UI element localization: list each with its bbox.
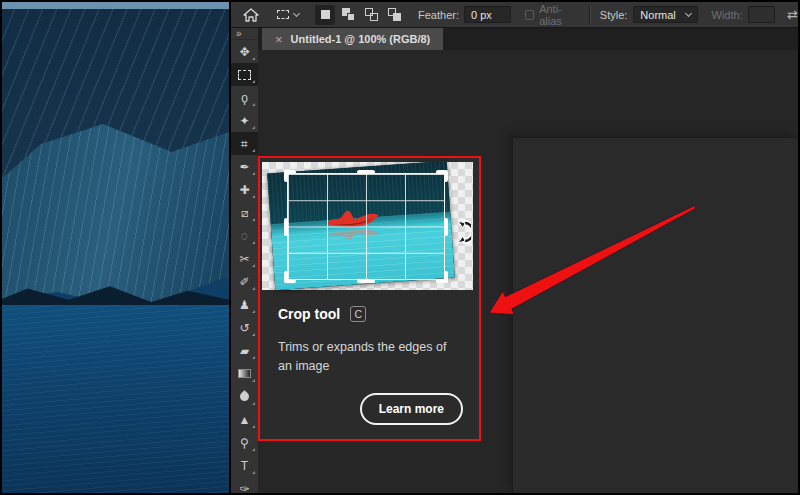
tools-panel: » ✥ ϙ ✦ ⌗ ✒ ✚ ⧄ ◌ ✂ ✐ ♟ ↺ ▰ ▲ ⚲ T ✑ [231,28,258,493]
tool-sharpen[interactable]: ▲ [231,408,258,431]
document-tab-bar: × Untitled-1 @ 100% (RGB/8) [258,28,798,50]
spot-healing-brush-icon: ✚ [239,183,249,197]
tool-history-brush[interactable]: ↺ [231,316,258,339]
document-tab[interactable]: × Untitled-1 @ 100% (RGB/8) [262,28,443,50]
width-input[interactable] [748,6,775,23]
dodge-icon: ⚲ [240,436,249,450]
tools-collapse-button[interactable]: » [231,28,258,40]
crop-handle-bottom-left[interactable] [284,271,296,283]
tool-spot-healing-brush[interactable]: ✚ [231,178,258,201]
brush-icon: ✐ [239,275,249,289]
options-bar: Feather: 0 px Anti-alias Style: Normal W… [231,2,798,28]
rectangular-marquee-icon [238,70,251,80]
tool-pen[interactable]: ✑ [231,477,258,493]
crop-handle-top-right[interactable] [436,170,448,182]
anti-alias-checkbox[interactable] [525,10,534,20]
healing-brush-icon: ⧄ [241,206,249,220]
tool-brush[interactable]: ✐ [231,270,258,293]
style-value: Normal [640,9,675,21]
add-to-selection-button[interactable] [338,5,358,25]
type-icon: T [241,459,248,473]
tooltip-description: Trims or expands the edges of an image [278,338,460,376]
add-to-selection-icon [342,8,355,21]
pen-icon: ✑ [239,482,249,494]
crop-handle-left[interactable] [284,218,288,236]
selection-mode-group [315,5,404,25]
tool-blur[interactable] [231,385,258,408]
lasso-icon: ϙ [241,91,248,105]
anti-alias-label: Anti-alias [539,3,577,27]
width-label: Width: [712,9,743,21]
new-selection-button[interactable] [315,5,335,25]
feather-label: Feather: [418,9,459,21]
tool-magic-wand[interactable]: ✦ [231,109,258,132]
subtract-from-selection-button[interactable] [361,5,381,25]
new-selection-icon [321,10,330,19]
tool-gradient[interactable] [231,362,258,385]
crop-grid-overlay[interactable] [287,173,445,280]
crop-handle-bottom[interactable] [357,279,375,283]
chevron-down-icon [684,9,691,16]
style-label: Style: [600,9,628,21]
patch-icon: ◌ [241,229,248,243]
feather-input[interactable]: 0 px [464,6,511,23]
options-separator [589,6,590,24]
tool-patch[interactable]: ◌ [231,224,258,247]
tool-clone-stamp[interactable]: ♟ [231,293,258,316]
magic-wand-icon: ✦ [239,114,249,128]
tool-move[interactable]: ✥ [231,40,258,63]
tool-rectangular-marquee[interactable] [231,63,258,86]
close-tab-icon[interactable]: × [275,33,283,46]
screenshot-root: Feather: 0 px Anti-alias Style: Normal W… [0,0,800,495]
content-aware-move-icon: ✂ [239,252,249,266]
wallpaper-sky-strip [0,2,229,9]
home-button[interactable] [243,8,259,22]
learn-more-button[interactable]: Learn more [360,393,463,425]
crop-handle-top[interactable] [357,170,375,174]
move-icon: ✥ [239,45,249,59]
eyedropper-icon: ✒ [239,160,249,174]
gradient-icon [238,369,251,378]
crop-handle-right[interactable] [444,218,448,236]
document-canvas[interactable] [512,137,798,493]
style-select[interactable]: Normal [633,6,697,23]
document-tab-title: Untitled-1 @ 100% (RGB/8) [291,33,431,45]
rotate-cursor-icon [453,219,471,245]
tool-preset-picker[interactable] [277,10,299,19]
tool-eyedropper[interactable]: ✒ [231,155,258,178]
sharpen-icon: ▲ [239,413,251,427]
tooltip-preview-image [262,162,473,290]
crop-handle-top-left[interactable] [284,170,296,182]
tool-lasso[interactable]: ϙ [231,86,258,109]
wallpaper-ocean [0,305,229,495]
chevron-down-icon [293,9,300,16]
intersect-selection-button[interactable] [384,5,404,25]
tool-content-aware-move[interactable]: ✂ [231,247,258,270]
crop-tool-tooltip: Crop tool C Trims or expands the edges o… [258,156,481,441]
tool-eraser[interactable]: ▰ [231,339,258,362]
tooltip-title: Crop tool [278,306,340,322]
tool-crop[interactable]: ⌗ [231,132,258,155]
blur-drop-icon [238,390,251,403]
tool-dodge[interactable]: ⚲ [231,431,258,454]
shortcut-key-badge: C [350,306,366,322]
swap-dimensions-icon[interactable]: ⇄ [787,7,798,22]
feather-value: 0 px [471,9,492,21]
eraser-icon: ▰ [240,344,249,358]
clone-stamp-icon: ♟ [239,298,250,312]
tool-type[interactable]: T [231,454,258,477]
tool-healing-brush[interactable]: ⧄ [231,201,258,224]
subtract-from-selection-icon [365,8,378,21]
intersect-selection-icon [388,8,401,21]
history-brush-icon: ↺ [239,321,249,335]
home-icon [243,8,259,22]
tooltip-body: Crop tool C Trims or expands the edges o… [260,290,479,376]
double-chevron-icon: » [236,28,242,39]
marquee-tool-icon [277,10,289,19]
desktop-wallpaper [0,0,229,495]
crop-handle-bottom-right[interactable] [436,271,448,283]
crop-icon: ⌗ [241,137,248,151]
